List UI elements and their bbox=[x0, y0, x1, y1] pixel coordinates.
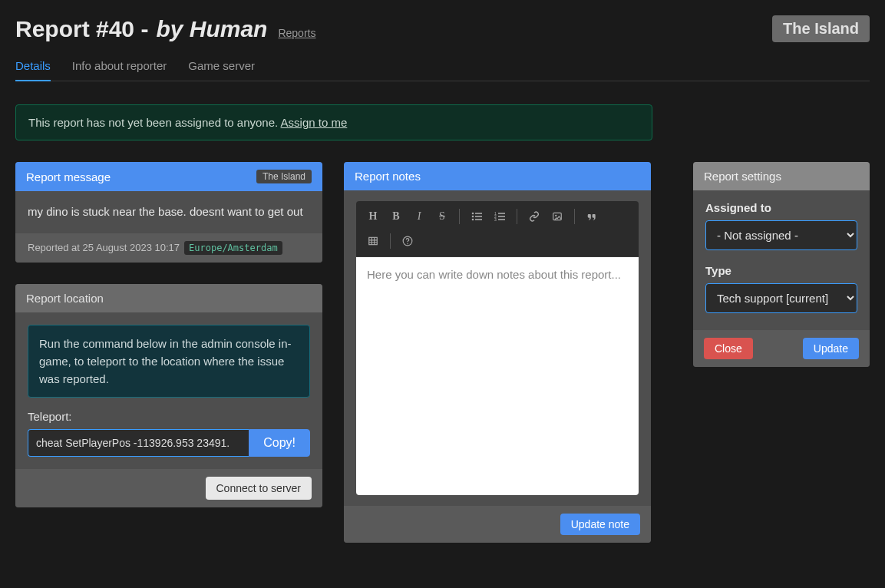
editor-toolbar: H B I S 123 bbox=[356, 201, 639, 257]
assign-to-me-link[interactable]: Assign to me bbox=[281, 116, 348, 129]
toolbar-separator bbox=[390, 233, 391, 249]
reported-at-label: Reported at 25 August 2023 10:17 bbox=[28, 242, 180, 253]
assigned-to-select[interactable]: - Not assigned - bbox=[705, 220, 857, 250]
svg-rect-5 bbox=[475, 219, 482, 220]
strikethrough-icon[interactable]: S bbox=[431, 206, 453, 227]
report-settings-panel: Report settings Assigned to - Not assign… bbox=[693, 162, 870, 367]
report-message-header: Report message The Island bbox=[15, 162, 322, 191]
svg-rect-1 bbox=[475, 213, 482, 214]
server-badge: The Island bbox=[772, 15, 870, 42]
teleport-input-group: Copy! bbox=[28, 429, 310, 457]
page-title: Report #40 - by Human Reports bbox=[15, 16, 315, 42]
svg-text:3: 3 bbox=[494, 217, 497, 222]
tab-info-about-reporter[interactable]: Info about reporter bbox=[72, 53, 167, 81]
update-button[interactable]: Update bbox=[803, 338, 859, 359]
report-message-server-badge: The Island bbox=[256, 170, 312, 183]
notes-textarea[interactable]: Here you can write down notes about this… bbox=[356, 257, 639, 495]
link-icon[interactable] bbox=[523, 206, 545, 227]
timezone-badge: Europe/Amsterdam bbox=[184, 241, 282, 255]
svg-point-4 bbox=[472, 219, 474, 221]
unassigned-alert: This report has not yet been assigned to… bbox=[15, 104, 652, 140]
image-icon[interactable] bbox=[547, 206, 568, 227]
svg-rect-9 bbox=[498, 216, 505, 217]
toolbar-separator bbox=[574, 209, 575, 224]
copy-button[interactable]: Copy! bbox=[249, 429, 310, 457]
teleport-label: Teleport: bbox=[28, 410, 310, 423]
alert-text: This report has not yet been assigned to… bbox=[28, 116, 278, 129]
help-icon[interactable] bbox=[397, 230, 418, 252]
report-location-header: Report location bbox=[15, 284, 322, 312]
toolbar-separator bbox=[459, 209, 460, 224]
bold-icon[interactable]: B bbox=[385, 206, 407, 227]
report-message-meta: Reported at 25 August 2023 10:17 Europe/… bbox=[15, 233, 322, 263]
title-prefix: Report #40 - bbox=[15, 16, 148, 42]
report-location-panel: Report location Run the command below in… bbox=[15, 284, 322, 508]
tab-details[interactable]: Details bbox=[15, 53, 51, 81]
quote-icon[interactable] bbox=[581, 206, 603, 227]
teleport-command-input[interactable] bbox=[28, 429, 249, 457]
notes-editor: H B I S 123 bbox=[356, 201, 639, 495]
breadcrumb-reports[interactable]: Reports bbox=[278, 27, 315, 39]
table-icon[interactable] bbox=[362, 230, 384, 252]
report-notes-panel: Report notes H B I S 123 bbox=[344, 162, 651, 543]
svg-rect-11 bbox=[498, 219, 505, 220]
svg-point-13 bbox=[555, 215, 556, 216]
teleport-info: Run the command below in the admin conso… bbox=[28, 325, 310, 398]
toolbar-separator bbox=[517, 209, 517, 224]
report-message-title: Report message bbox=[26, 170, 111, 183]
heading-icon[interactable]: H bbox=[362, 206, 384, 227]
close-button[interactable]: Close bbox=[704, 338, 753, 359]
svg-point-0 bbox=[472, 213, 474, 215]
report-message-body: my dino is stuck near the base. doesnt w… bbox=[28, 203, 310, 221]
ol-icon[interactable]: 123 bbox=[489, 206, 510, 227]
report-message-panel: Report message The Island my dino is stu… bbox=[15, 162, 322, 263]
report-notes-header: Report notes bbox=[344, 162, 651, 190]
svg-rect-3 bbox=[475, 216, 482, 217]
connect-to-server-button[interactable]: Connect to server bbox=[206, 477, 312, 500]
tab-game-server[interactable]: Game server bbox=[188, 53, 255, 81]
italic-icon[interactable]: I bbox=[408, 206, 430, 227]
title-byline: by Human bbox=[156, 16, 267, 42]
page-header: Report #40 - by Human Reports The Island bbox=[15, 15, 870, 42]
assigned-to-label: Assigned to bbox=[705, 201, 857, 214]
svg-rect-14 bbox=[369, 237, 378, 244]
tabs: Details Info about reporter Game server bbox=[15, 53, 870, 81]
report-settings-header: Report settings bbox=[693, 162, 870, 190]
svg-rect-7 bbox=[498, 213, 505, 214]
type-select[interactable]: Tech support [current] bbox=[705, 283, 857, 313]
type-label: Type bbox=[705, 264, 857, 277]
svg-point-2 bbox=[472, 216, 474, 218]
ul-icon[interactable] bbox=[466, 206, 487, 227]
update-note-button[interactable]: Update note bbox=[560, 514, 640, 535]
svg-point-20 bbox=[407, 243, 408, 244]
